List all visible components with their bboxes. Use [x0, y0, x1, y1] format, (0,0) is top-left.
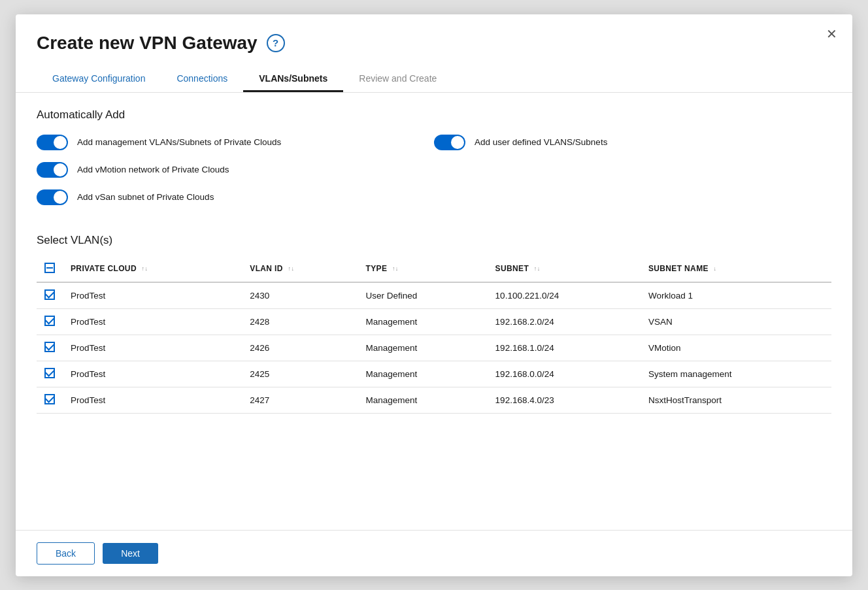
select-all-checkbox[interactable] — [44, 263, 55, 273]
row-subnet-name-4: NsxtHostTransport — [641, 387, 831, 413]
toggle-row-mgmt: Add management VLANs/Subnets of Private … — [37, 135, 434, 150]
col-header-type[interactable]: TYPE ↑↓ — [358, 256, 488, 282]
vlans-table-container: PRIVATE CLOUD ↑↓ VLAN ID ↑↓ TYPE ↑↓ — [37, 256, 831, 530]
toggle-user-vlans-label: Add user defined VLANS/Subnets — [475, 137, 607, 147]
row-private-cloud-0: ProdTest — [63, 282, 242, 309]
table-row: ProdTest 2428 Management 192.168.2.0/24 … — [37, 308, 831, 335]
row-private-cloud-3: ProdTest — [63, 361, 242, 387]
vlans-tbody: ProdTest 2430 User Defined 10.100.221.0/… — [37, 282, 831, 414]
auto-add-grid: Add management VLANs/Subnets of Private … — [37, 135, 831, 217]
row-subnet-4: 192.168.4.0/23 — [488, 387, 641, 413]
tab-review-create[interactable]: Review and Create — [343, 67, 452, 92]
row-subnet-name-1: VSAN — [641, 308, 831, 335]
row-checkbox-cell-2 — [37, 335, 63, 361]
row-subnet-name-3: System management — [641, 361, 831, 387]
row-subnet-3: 192.168.0.0/24 — [488, 361, 641, 387]
row-vlan-id-2: 2426 — [242, 335, 358, 361]
row-type-1: Management — [358, 308, 488, 335]
dialog-footer: Back Next — [16, 530, 852, 576]
row-subnet-name-0: Workload 1 — [641, 282, 831, 309]
toggle-user-vlans[interactable] — [434, 135, 465, 150]
col-header-checkbox — [37, 256, 63, 282]
col-header-vlan-id[interactable]: VLAN ID ↑↓ — [242, 256, 358, 282]
col-header-private-cloud[interactable]: PRIVATE CLOUD ↑↓ — [63, 256, 242, 282]
create-vpn-gateway-dialog: ✕ Create new VPN Gateway ? Gateway Confi… — [16, 14, 852, 576]
table-row: ProdTest 2425 Management 192.168.0.0/24 … — [37, 361, 831, 387]
row-type-4: Management — [358, 387, 488, 413]
row-private-cloud-2: ProdTest — [63, 335, 242, 361]
row-subnet-name-2: VMotion — [641, 335, 831, 361]
row-private-cloud-1: ProdTest — [63, 308, 242, 335]
vlans-table: PRIVATE CLOUD ↑↓ VLAN ID ↑↓ TYPE ↑↓ — [37, 256, 831, 414]
row-checkbox-0[interactable] — [44, 289, 55, 300]
tab-connections[interactable]: Connections — [161, 67, 243, 92]
tab-vlans-subnets[interactable]: VLANs/Subnets — [243, 67, 343, 92]
row-subnet-0: 10.100.221.0/24 — [488, 282, 641, 309]
col-header-subnet-name[interactable]: SUBNET NAME ↓ — [641, 256, 831, 282]
row-subnet-1: 192.168.2.0/24 — [488, 308, 641, 335]
sort-icon-private-cloud: ↑↓ — [142, 266, 148, 272]
dialog-body: Automatically Add Add management VLANs/S… — [16, 93, 852, 530]
row-type-2: Management — [358, 335, 488, 361]
tabs: Gateway Configuration Connections VLANs/… — [37, 67, 831, 92]
row-checkbox-cell-1 — [37, 308, 63, 335]
auto-add-right: Add user defined VLANS/Subnets — [434, 135, 831, 217]
toggle-vmotion[interactable] — [37, 162, 68, 178]
sort-icon-subnet-name: ↓ — [714, 266, 717, 272]
row-checkbox-4[interactable] — [44, 394, 55, 404]
dialog-header: Create new VPN Gateway ? Gateway Configu… — [16, 14, 852, 93]
auto-add-title: Automatically Add — [37, 108, 831, 122]
title-row: Create new VPN Gateway ? — [37, 33, 831, 54]
row-checkbox-3[interactable] — [44, 368, 55, 378]
back-button[interactable]: Back — [37, 542, 95, 565]
toggle-row-vmotion: Add vMotion network of Private Clouds — [37, 162, 434, 178]
toggle-vsan[interactable] — [37, 189, 68, 205]
row-vlan-id-3: 2425 — [242, 361, 358, 387]
table-row: ProdTest 2427 Management 192.168.4.0/23 … — [37, 387, 831, 413]
table-header-row: PRIVATE CLOUD ↑↓ VLAN ID ↑↓ TYPE ↑↓ — [37, 256, 831, 282]
row-checkbox-cell-4 — [37, 387, 63, 413]
col-header-subnet[interactable]: SUBNET ↑↓ — [488, 256, 641, 282]
auto-add-section: Automatically Add Add management VLANs/S… — [37, 108, 831, 223]
row-vlan-id-0: 2430 — [242, 282, 358, 309]
select-vlans-section: Select VLAN(s) PRIVATE CLOUD ↑↓ — [37, 223, 831, 530]
auto-add-left: Add management VLANs/Subnets of Private … — [37, 135, 434, 217]
toggle-row-vsan: Add vSan subnet of Private Clouds — [37, 189, 434, 205]
sort-icon-vlan-id: ↑↓ — [288, 266, 295, 272]
sort-icon-type: ↑↓ — [392, 266, 399, 272]
tab-gateway-config[interactable]: Gateway Configuration — [37, 67, 161, 92]
row-checkbox-cell-3 — [37, 361, 63, 387]
toggle-vsan-label: Add vSan subnet of Private Clouds — [77, 192, 214, 202]
row-checkbox-cell-0 — [37, 282, 63, 309]
dialog-title: Create new VPN Gateway — [37, 33, 258, 54]
toggle-row-user-vlans: Add user defined VLANS/Subnets — [434, 135, 831, 150]
close-icon[interactable]: ✕ — [824, 26, 839, 42]
help-icon[interactable]: ? — [267, 34, 285, 52]
row-subnet-2: 192.168.1.0/24 — [488, 335, 641, 361]
row-vlan-id-1: 2428 — [242, 308, 358, 335]
select-vlans-title: Select VLAN(s) — [37, 234, 831, 247]
table-row: ProdTest 2426 Management 192.168.1.0/24 … — [37, 335, 831, 361]
row-vlan-id-4: 2427 — [242, 387, 358, 413]
row-private-cloud-4: ProdTest — [63, 387, 242, 413]
next-button[interactable]: Next — [103, 543, 158, 564]
toggle-mgmt-vlans-label: Add management VLANs/Subnets of Private … — [77, 137, 281, 147]
row-type-0: User Defined — [358, 282, 488, 309]
table-row: ProdTest 2430 User Defined 10.100.221.0/… — [37, 282, 831, 309]
row-checkbox-2[interactable] — [44, 342, 55, 352]
row-type-3: Management — [358, 361, 488, 387]
row-checkbox-1[interactable] — [44, 316, 55, 326]
toggle-vmotion-label: Add vMotion network of Private Clouds — [77, 165, 229, 174]
sort-icon-subnet: ↑↓ — [534, 266, 541, 272]
toggle-mgmt-vlans[interactable] — [37, 135, 68, 150]
